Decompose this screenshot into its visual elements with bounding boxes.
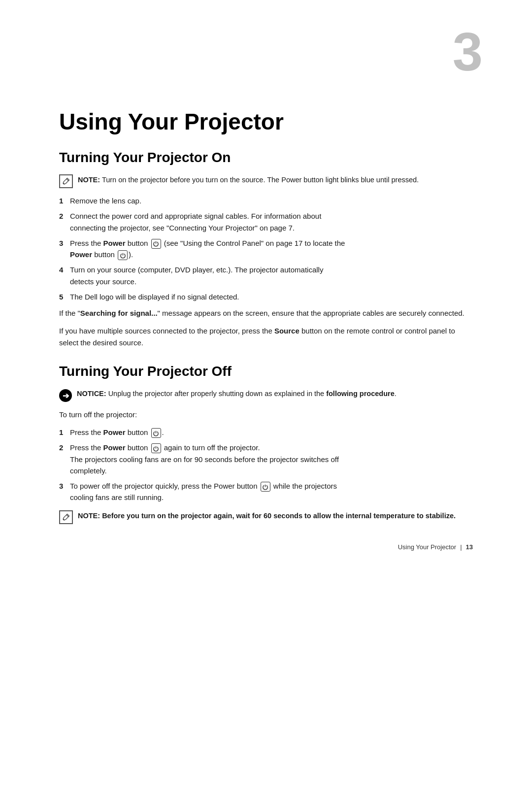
section2-step-3: 3 To power off the projector quickly, pr… — [59, 480, 473, 503]
section2-steps: 1 Press the Power button . 2 Press the P… — [59, 427, 473, 503]
section2-intro: To turn off the projector: — [59, 409, 473, 421]
section2-notice-text: NOTICE: Unplug the projector after prope… — [77, 388, 397, 399]
section1-step-1: 1 Remove the lens cap. — [59, 195, 473, 206]
section1-step-5: 5 The Dell logo will be displayed if no … — [59, 291, 473, 302]
footer: Using Your Projector | 13 — [398, 543, 473, 551]
power-icon-4 — [151, 443, 161, 453]
section1-steps: 1 Remove the lens cap. 2 Connect the pow… — [59, 195, 473, 302]
chapter-title: Using Your Projector — [59, 108, 473, 135]
section2-title: Turning Your Projector Off — [59, 364, 473, 379]
section1-step-4: 4 Turn on your source (computer, DVD pla… — [59, 264, 473, 287]
section1-step-3: 3 Press the Power button (see "Using the… — [59, 237, 473, 261]
section1-para1: If the "Searching for signal..." message… — [59, 307, 473, 319]
section1-note: NOTE: Turn on the projector before you t… — [59, 174, 473, 188]
section1-note-text: NOTE: Turn on the projector before you t… — [78, 174, 419, 185]
section2-step-1: 1 Press the Power button . — [59, 427, 473, 438]
section2-note: NOTE: Before you turn on the projector a… — [59, 510, 473, 524]
section1-para2: If you have multiple sources connected t… — [59, 325, 473, 349]
power-icon-5 — [261, 482, 270, 492]
notice-icon: ➔ — [59, 389, 72, 402]
section2-notice: ➔ NOTICE: Unplug the projector after pro… — [59, 388, 473, 402]
power-icon-1 — [151, 239, 161, 249]
power-icon-2 — [118, 250, 128, 260]
chapter-number: 3 — [453, 25, 483, 79]
section1-title: Turning Your Projector On — [59, 150, 473, 166]
footer-text: Using Your Projector — [398, 543, 457, 551]
section2-note-text: NOTE: Before you turn on the projector a… — [78, 510, 456, 521]
section1-step-2: 2 Connect the power cord and appropriate… — [59, 210, 473, 233]
section2-step-2: 2 Press the Power button again to turn o… — [59, 442, 473, 476]
power-icon-3 — [151, 428, 161, 438]
footer-page: 13 — [466, 543, 473, 551]
note-pencil-icon — [59, 174, 73, 188]
footer-divider: | — [460, 543, 462, 551]
note-pencil-icon-2 — [59, 510, 73, 524]
